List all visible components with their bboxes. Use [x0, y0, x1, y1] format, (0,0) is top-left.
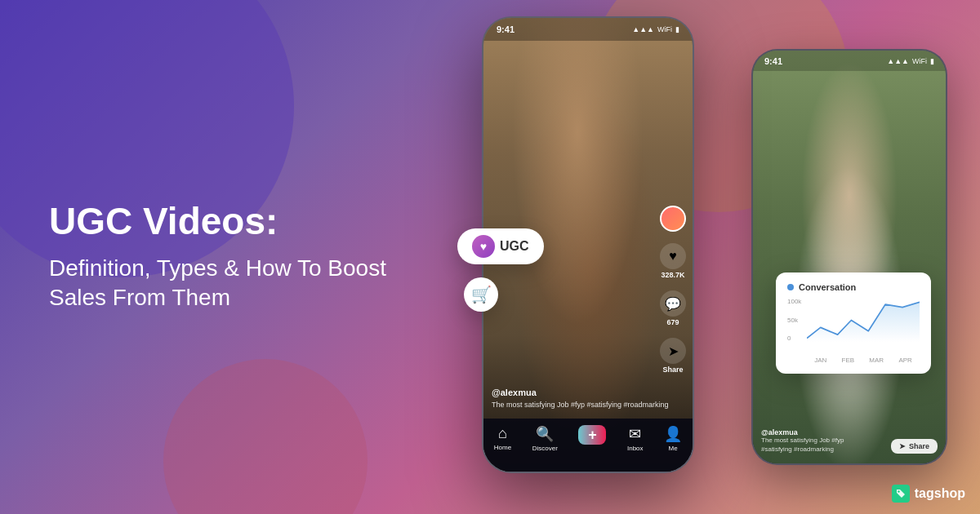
- comment-count: 679: [666, 318, 679, 326]
- nav-me[interactable]: 👤 Me: [664, 425, 682, 452]
- comment-icon: 💬: [660, 290, 686, 317]
- discover-icon: 🔍: [536, 425, 554, 443]
- share-label: Share: [662, 366, 683, 374]
- phone-sec-caption: The most satisfying Job #fyp #satisfying…: [761, 436, 867, 454]
- nav-home[interactable]: ⌂ Home: [494, 425, 511, 451]
- tiktok-like-action[interactable]: ♥ 328.7K: [660, 243, 686, 279]
- phones-container: ♥ UGC 🛒 9:41 ▲▲▲ WiFi ▮: [400, 0, 956, 514]
- statusbar-icons: ▲▲▲ WiFi ▮: [632, 25, 679, 33]
- share-icon: ➤: [660, 338, 686, 364]
- chart-area: 100k 50k 0: [787, 299, 920, 352]
- nav-add[interactable]: +: [578, 425, 606, 445]
- nav-home-label: Home: [494, 444, 511, 451]
- wifi-icon: WiFi: [657, 25, 672, 33]
- x-label-jan: JAN: [814, 357, 826, 364]
- add-icon: +: [578, 425, 606, 445]
- sec-statusbar-icons: ▲▲▲ WiFi ▮: [887, 57, 934, 65]
- nav-me-label: Me: [669, 445, 678, 452]
- tiktok-nav: ⌂ Home 🔍 Discover + ✉ Inbox 👤 Me: [483, 419, 693, 472]
- ugc-heart-icon: ♥: [472, 235, 495, 258]
- basket-icon: 🛒: [471, 285, 492, 304]
- tagshop-logo-svg: [895, 488, 906, 499]
- x-label-apr: APR: [898, 357, 911, 364]
- like-count: 328.7K: [661, 271, 684, 279]
- tiktok-caption: The most satisfying Job #fyp #satisfying…: [492, 400, 669, 410]
- analytics-card: Conversation 100k 50k 0: [776, 273, 931, 374]
- y-label-50k: 50k: [787, 317, 801, 324]
- chart-svg: [807, 299, 920, 342]
- tiktok-avatar: [660, 206, 686, 232]
- x-label-mar: MAR: [869, 357, 884, 364]
- sec-signal-icon: ▲▲▲: [887, 57, 909, 65]
- basket-badge: 🛒: [464, 277, 498, 312]
- signal-icon: ▲▲▲: [632, 25, 654, 33]
- phone-sec-screen: [753, 51, 946, 463]
- analytics-dot: [787, 284, 794, 290]
- text-section: UGC Videos: Definition, Types & How To B…: [49, 201, 392, 312]
- tagshop-logo: tagshop: [892, 485, 965, 503]
- profile-icon: 👤: [664, 425, 682, 443]
- tagshop-label: tagshop: [915, 486, 965, 501]
- share-button[interactable]: ➤ Share: [891, 439, 938, 454]
- tiktok-bottom-text: @alexmua The most satisfying Job #fyp #s…: [492, 388, 669, 410]
- chart-line: [807, 299, 920, 342]
- phone-sec-time: 9:41: [764, 56, 782, 66]
- ugc-badge: ♥ UGC: [457, 228, 544, 264]
- phone-sec-statusbar: 9:41 ▲▲▲ WiFi ▮: [753, 51, 946, 71]
- chart-x-labels: JAN FEB MAR APR: [787, 357, 920, 364]
- share-button-label: Share: [909, 442, 929, 450]
- tiktok-comment-action[interactable]: 💬 679: [660, 290, 686, 326]
- analytics-title: Conversation: [799, 282, 856, 292]
- like-icon: ♥: [660, 243, 686, 269]
- svg-marker-0: [807, 302, 920, 342]
- svg-point-1: [898, 490, 899, 492]
- inbox-icon: ✉: [629, 425, 641, 443]
- nav-inbox[interactable]: ✉ Inbox: [627, 425, 644, 452]
- tiktok-right-panel: ♥ 328.7K 💬 679 ➤ Share: [660, 206, 686, 374]
- tiktok-username: @alexmua: [492, 388, 669, 397]
- share-arrow-icon: ➤: [899, 442, 906, 450]
- nav-inbox-label: Inbox: [627, 445, 644, 452]
- sub-title: Definition, Types & How To Boost Sales F…: [49, 254, 392, 313]
- x-label-feb: FEB: [842, 357, 855, 364]
- chart-y-labels: 100k 50k 0: [787, 299, 801, 342]
- ugc-label: UGC: [500, 239, 529, 254]
- phone-sec-user-info: @alexmua The most satisfying Job #fyp #s…: [761, 428, 867, 454]
- analytics-title-row: Conversation: [787, 282, 920, 292]
- person-figure: [753, 51, 946, 463]
- battery-icon: ▮: [675, 25, 679, 33]
- y-label-0: 0: [787, 335, 801, 342]
- tiktok-share-action[interactable]: ➤ Share: [660, 338, 686, 374]
- phone-sec-bottom: @alexmua The most satisfying Job #fyp #s…: [761, 428, 938, 454]
- sec-wifi-icon: WiFi: [912, 57, 927, 65]
- nav-discover-label: Discover: [532, 445, 558, 452]
- nav-discover[interactable]: 🔍 Discover: [532, 425, 558, 452]
- tagshop-icon: [892, 485, 910, 503]
- home-icon: ⌂: [498, 425, 507, 442]
- sec-battery-icon: ▮: [930, 57, 934, 65]
- phone-sec-username: @alexmua: [761, 428, 867, 436]
- phone-main-statusbar: 9:41 ▲▲▲ WiFi ▮: [483, 18, 693, 41]
- main-title: UGC Videos:: [49, 201, 392, 242]
- y-label-100k: 100k: [787, 299, 801, 305]
- phone-time: 9:41: [497, 24, 514, 34]
- phone-secondary: 9:41 ▲▲▲ WiFi ▮ Conversation 100k 50k 0: [751, 49, 947, 465]
